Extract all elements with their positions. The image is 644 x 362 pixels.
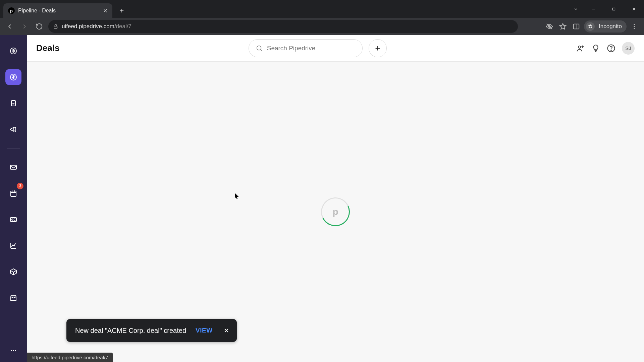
sidebar-item-insights[interactable] (5, 238, 21, 254)
svg-point-17 (13, 350, 14, 351)
activities-badge: 3 (17, 183, 23, 189)
toast-close-button[interactable] (222, 326, 231, 335)
incognito-indicator[interactable]: Incognito (584, 20, 627, 33)
svg-point-9 (13, 51, 14, 51)
sidebar-more-button[interactable] (5, 343, 21, 359)
loading-spinner: p (321, 197, 350, 226)
calendar-icon (9, 189, 17, 197)
browser-menu-icon[interactable] (629, 21, 640, 32)
close-icon (223, 327, 230, 334)
sidebar-item-campaigns[interactable] (5, 121, 21, 137)
browser-forward-button (19, 21, 30, 32)
url-text: uifeed.pipedrive.com/deal/7 (62, 23, 131, 30)
lightbulb-icon (591, 44, 600, 53)
box-icon (9, 268, 17, 276)
app-header: Deals SJ (27, 35, 644, 62)
plus-icon (374, 45, 381, 52)
tab-close-icon[interactable] (102, 8, 108, 14)
mouse-cursor (235, 193, 239, 200)
incognito-label: Incognito (599, 23, 622, 30)
svg-point-6 (634, 28, 635, 29)
main-content: p New deal "ACME Corp. deal" created VIE… (27, 62, 644, 362)
sidebar-item-contacts[interactable] (5, 212, 21, 228)
incognito-icon (586, 22, 595, 31)
sidebar-item-leads[interactable] (5, 43, 21, 59)
clipboard-check-icon (9, 99, 17, 107)
svg-rect-3 (574, 24, 579, 29)
page-title: Deals (36, 43, 59, 53)
window-minimize-button[interactable] (584, 2, 604, 16)
sidebar-item-deals[interactable] (5, 69, 21, 85)
browser-statusbar: https://uifeed.pipedrive.com/deal/7 (27, 353, 113, 362)
target-icon (9, 47, 17, 55)
svg-rect-12 (10, 165, 16, 169)
dots-horizontal-icon (9, 347, 17, 355)
sidebar-item-activities[interactable]: 3 (5, 185, 21, 201)
chart-icon (9, 242, 17, 250)
svg-rect-1 (54, 26, 57, 28)
browser-addressbar: uifeed.pipedrive.com/deal/7 Incognito (0, 18, 644, 35)
dollar-icon (9, 73, 17, 81)
browser-reload-button[interactable] (34, 21, 45, 32)
svg-point-15 (12, 219, 13, 220)
bookmark-icon[interactable] (557, 21, 569, 32)
svg-point-4 (634, 24, 635, 25)
sidebar-divider (7, 148, 20, 148)
svg-point-20 (578, 46, 581, 48)
svg-rect-0 (613, 8, 615, 10)
window-close-button[interactable] (624, 2, 644, 16)
tab-title: Pipeline - Deals (18, 8, 99, 14)
svg-point-22 (611, 50, 611, 50)
panel-icon[interactable] (571, 21, 582, 32)
app-sidebar: 3 (0, 35, 27, 362)
lock-icon (53, 24, 58, 29)
help-button[interactable] (606, 44, 616, 53)
mail-icon (9, 163, 17, 171)
quick-add-button[interactable] (369, 39, 387, 57)
svg-point-18 (15, 350, 16, 351)
spinner-logo: p (321, 197, 350, 226)
toast-view-button[interactable]: VIEW (196, 327, 213, 334)
svg-rect-13 (11, 191, 16, 196)
browser-tab[interactable]: p Pipeline - Deals (3, 3, 112, 18)
store-icon (9, 294, 17, 302)
search-input[interactable] (267, 45, 356, 52)
user-avatar[interactable]: SJ (622, 42, 635, 55)
sidebar-item-projects[interactable] (5, 95, 21, 111)
search-box[interactable] (249, 39, 363, 57)
url-field[interactable]: uifeed.pipedrive.com/deal/7 (48, 20, 518, 33)
cookies-blocked-icon[interactable] (544, 21, 555, 32)
status-url: https://uifeed.pipedrive.com/deal/7 (32, 355, 108, 360)
toast-notification: New deal "ACME Corp. deal" created VIEW (66, 319, 237, 342)
svg-point-16 (11, 350, 12, 351)
contacts-icon (9, 216, 17, 224)
search-icon (256, 45, 263, 52)
window-controls (568, 0, 644, 18)
sales-assistant-button[interactable] (591, 44, 600, 53)
sidebar-item-marketplace[interactable] (5, 290, 21, 306)
svg-point-5 (634, 26, 635, 27)
tabs-dropdown-icon[interactable] (568, 2, 584, 16)
browser-tabbar: p Pipeline - Deals (0, 0, 644, 18)
window-maximize-button[interactable] (604, 2, 624, 16)
help-icon (606, 44, 616, 53)
toast-message: New deal "ACME Corp. deal" created (75, 327, 186, 335)
tab-favicon: p (8, 7, 15, 14)
svg-point-19 (257, 46, 261, 50)
invite-users-button[interactable] (576, 44, 585, 53)
sidebar-item-products[interactable] (5, 264, 21, 280)
svg-rect-11 (11, 101, 15, 106)
new-tab-button[interactable] (116, 5, 128, 17)
sidebar-item-mail[interactable] (5, 159, 21, 175)
user-plus-icon (576, 44, 585, 53)
browser-back-button[interactable] (4, 21, 15, 32)
megaphone-icon (9, 125, 17, 133)
